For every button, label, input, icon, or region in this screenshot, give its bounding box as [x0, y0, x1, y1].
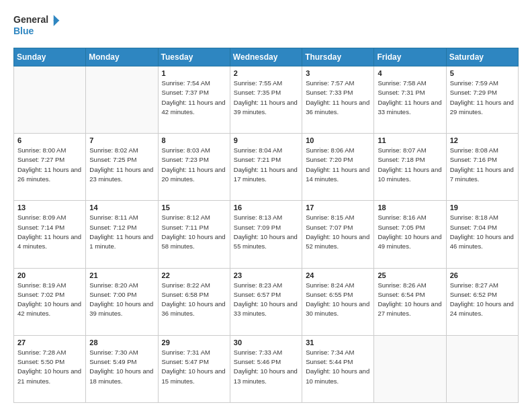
day-info: Sunrise: 7:57 AMSunset: 7:33 PMDaylight:… — [306, 79, 370, 117]
day-number: 16 — [234, 203, 298, 212]
day-info: Sunrise: 7:34 AMSunset: 5:44 PMDaylight:… — [306, 348, 370, 386]
calendar-cell: 1Sunrise: 7:54 AMSunset: 7:37 PMDaylight… — [158, 66, 230, 134]
calendar-cell: 7Sunrise: 8:02 AMSunset: 7:25 PMDaylight… — [86, 134, 158, 201]
day-info: Sunrise: 7:59 AMSunset: 7:29 PMDaylight:… — [450, 79, 515, 117]
day-info: Sunrise: 8:06 AMSunset: 7:20 PMDaylight:… — [306, 146, 370, 184]
day-number: 8 — [162, 136, 226, 144]
day-number: 23 — [234, 271, 298, 279]
day-info: Sunrise: 7:28 AMSunset: 5:50 PMDaylight:… — [17, 348, 82, 386]
calendar-cell: 3Sunrise: 7:57 AMSunset: 7:33 PMDaylight… — [302, 66, 374, 134]
calendar-cell: 10Sunrise: 8:06 AMSunset: 7:20 PMDayligh… — [302, 134, 374, 201]
day-info: Sunrise: 8:16 AMSunset: 7:05 PMDaylight:… — [378, 213, 442, 251]
calendar-cell: 30Sunrise: 7:33 AMSunset: 5:46 PMDayligh… — [230, 335, 302, 402]
day-number: 6 — [17, 136, 82, 144]
calendar-header-row: SundayMondayTuesdayWednesdayThursdayFrid… — [14, 48, 519, 66]
calendar-cell: 23Sunrise: 8:23 AMSunset: 6:57 PMDayligh… — [230, 268, 302, 335]
day-number: 22 — [162, 271, 226, 279]
calendar-cell — [14, 66, 86, 134]
day-number: 29 — [162, 338, 226, 347]
week-row-3: 13Sunrise: 8:09 AMSunset: 7:14 PMDayligh… — [14, 201, 519, 268]
day-number: 3 — [306, 69, 370, 77]
day-info: Sunrise: 7:55 AMSunset: 7:35 PMDaylight:… — [234, 79, 298, 117]
week-row-1: 1Sunrise: 7:54 AMSunset: 7:37 PMDaylight… — [14, 66, 519, 134]
day-number: 25 — [378, 271, 442, 279]
calendar-cell: 26Sunrise: 8:27 AMSunset: 6:52 PMDayligh… — [446, 268, 518, 335]
day-number: 19 — [450, 203, 515, 212]
calendar-cell: 22Sunrise: 8:22 AMSunset: 6:58 PMDayligh… — [158, 268, 230, 335]
day-number: 14 — [89, 203, 154, 212]
calendar-cell — [86, 66, 158, 134]
day-number: 5 — [450, 69, 515, 77]
header: General Blue — [13, 11, 519, 41]
calendar-cell: 5Sunrise: 7:59 AMSunset: 7:29 PMDaylight… — [446, 66, 518, 134]
calendar-cell: 29Sunrise: 7:31 AMSunset: 5:47 PMDayligh… — [158, 335, 230, 402]
day-info: Sunrise: 8:20 AMSunset: 7:00 PMDaylight:… — [89, 281, 154, 319]
calendar-cell: 16Sunrise: 8:13 AMSunset: 7:09 PMDayligh… — [230, 201, 302, 268]
day-info: Sunrise: 8:04 AMSunset: 7:21 PMDaylight:… — [234, 146, 298, 184]
day-info: Sunrise: 8:09 AMSunset: 7:14 PMDaylight:… — [17, 213, 82, 251]
day-info: Sunrise: 8:13 AMSunset: 7:09 PMDaylight:… — [234, 213, 298, 251]
calendar-cell: 9Sunrise: 8:04 AMSunset: 7:21 PMDaylight… — [230, 134, 302, 201]
day-info: Sunrise: 7:30 AMSunset: 5:49 PMDaylight:… — [89, 348, 154, 386]
calendar-cell: 21Sunrise: 8:20 AMSunset: 7:00 PMDayligh… — [86, 268, 158, 335]
calendar-cell: 25Sunrise: 8:26 AMSunset: 6:54 PMDayligh… — [374, 268, 446, 335]
day-info: Sunrise: 8:18 AMSunset: 7:04 PMDaylight:… — [450, 213, 515, 251]
day-number: 30 — [234, 338, 298, 347]
day-info: Sunrise: 8:00 AMSunset: 7:27 PMDaylight:… — [17, 146, 82, 184]
day-number: 2 — [234, 69, 298, 77]
day-number: 9 — [234, 136, 298, 144]
day-info: Sunrise: 8:19 AMSunset: 7:02 PMDaylight:… — [17, 281, 82, 319]
calendar-cell: 24Sunrise: 8:24 AMSunset: 6:55 PMDayligh… — [302, 268, 374, 335]
calendar-cell: 28Sunrise: 7:30 AMSunset: 5:49 PMDayligh… — [86, 335, 158, 402]
calendar-cell: 13Sunrise: 8:09 AMSunset: 7:14 PMDayligh… — [14, 201, 86, 268]
day-info: Sunrise: 7:31 AMSunset: 5:47 PMDaylight:… — [162, 348, 226, 386]
calendar-cell: 8Sunrise: 8:03 AMSunset: 7:23 PMDaylight… — [158, 134, 230, 201]
day-info: Sunrise: 8:24 AMSunset: 6:55 PMDaylight:… — [306, 281, 370, 319]
day-number: 24 — [306, 271, 370, 279]
day-info: Sunrise: 7:33 AMSunset: 5:46 PMDaylight:… — [234, 348, 298, 386]
day-info: Sunrise: 8:22 AMSunset: 6:58 PMDaylight:… — [162, 281, 226, 319]
day-number: 21 — [89, 271, 154, 279]
calendar-cell: 27Sunrise: 7:28 AMSunset: 5:50 PMDayligh… — [14, 335, 86, 402]
day-number: 11 — [378, 136, 442, 144]
svg-text:Blue: Blue — [13, 26, 34, 36]
day-info: Sunrise: 8:07 AMSunset: 7:18 PMDaylight:… — [378, 146, 442, 184]
day-number: 12 — [450, 136, 515, 144]
day-info: Sunrise: 7:54 AMSunset: 7:37 PMDaylight:… — [162, 79, 226, 117]
calendar-cell: 2Sunrise: 7:55 AMSunset: 7:35 PMDaylight… — [230, 66, 302, 134]
header-saturday: Saturday — [446, 48, 518, 66]
day-number: 17 — [306, 203, 370, 212]
logo-svg: General Blue — [13, 11, 60, 41]
logo: General Blue — [13, 11, 60, 41]
day-info: Sunrise: 8:23 AMSunset: 6:57 PMDaylight:… — [234, 281, 298, 319]
day-number: 28 — [89, 338, 154, 347]
calendar-cell: 6Sunrise: 8:00 AMSunset: 7:27 PMDaylight… — [14, 134, 86, 201]
week-row-2: 6Sunrise: 8:00 AMSunset: 7:27 PMDaylight… — [14, 134, 519, 201]
calendar-cell: 14Sunrise: 8:11 AMSunset: 7:12 PMDayligh… — [86, 201, 158, 268]
page: General Blue SundayMondayTuesdayWednesda… — [0, 0, 532, 411]
day-number: 7 — [89, 136, 154, 144]
day-number: 4 — [378, 69, 442, 77]
day-number: 13 — [17, 203, 82, 212]
day-number: 20 — [17, 271, 82, 279]
day-number: 26 — [450, 271, 515, 279]
calendar-cell — [374, 335, 446, 402]
calendar-table: SundayMondayTuesdayWednesdayThursdayFrid… — [13, 48, 519, 403]
day-info: Sunrise: 8:11 AMSunset: 7:12 PMDaylight:… — [89, 213, 154, 251]
svg-text:General: General — [13, 14, 48, 25]
day-number: 1 — [162, 69, 226, 77]
day-info: Sunrise: 8:27 AMSunset: 6:52 PMDaylight:… — [450, 281, 515, 319]
day-info: Sunrise: 8:03 AMSunset: 7:23 PMDaylight:… — [162, 146, 226, 184]
header-thursday: Thursday — [302, 48, 374, 66]
calendar-cell: 12Sunrise: 8:08 AMSunset: 7:16 PMDayligh… — [446, 134, 518, 201]
calendar-cell: 18Sunrise: 8:16 AMSunset: 7:05 PMDayligh… — [374, 201, 446, 268]
day-number: 31 — [306, 338, 370, 347]
day-info: Sunrise: 8:12 AMSunset: 7:11 PMDaylight:… — [162, 213, 226, 251]
day-info: Sunrise: 8:15 AMSunset: 7:07 PMDaylight:… — [306, 213, 370, 251]
day-info: Sunrise: 8:08 AMSunset: 7:16 PMDaylight:… — [450, 146, 515, 184]
header-tuesday: Tuesday — [158, 48, 230, 66]
calendar-cell: 31Sunrise: 7:34 AMSunset: 5:44 PMDayligh… — [302, 335, 374, 402]
day-number: 27 — [17, 338, 82, 347]
header-wednesday: Wednesday — [230, 48, 302, 66]
header-sunday: Sunday — [14, 48, 86, 66]
